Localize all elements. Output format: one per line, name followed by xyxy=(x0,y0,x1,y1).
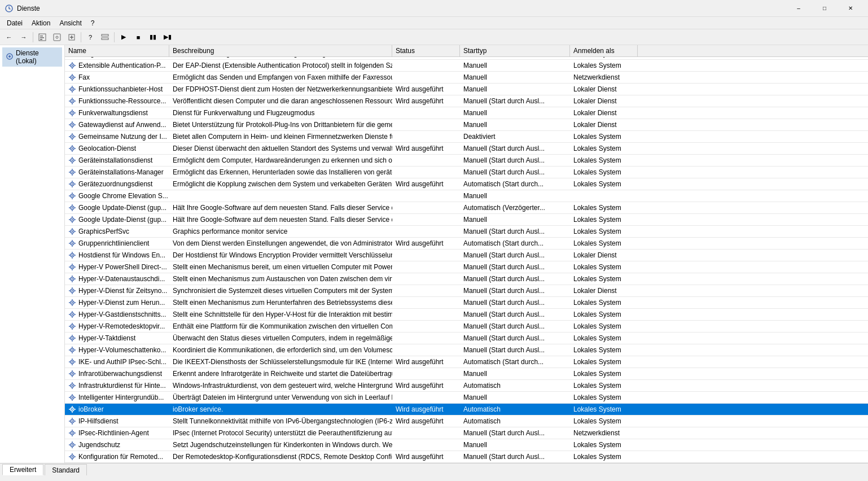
table-row[interactable]: Google Update-Dienst (gup...Hält Ihre Go… xyxy=(65,214,868,226)
table-row[interactable]: ioBrokerioBroker service.Wird ausgeführt… xyxy=(65,404,868,416)
menu-item-datei[interactable]: Datei xyxy=(2,17,27,29)
cell-name: Gerätezuordnungsdienst xyxy=(65,178,169,190)
properties-button[interactable] xyxy=(50,31,64,43)
services-table[interactable]: Name Beschreibung Status Starttyp Anmeld… xyxy=(65,45,868,463)
cell-logon: Lokales System xyxy=(570,368,638,379)
table-row[interactable]: GerätezuordnungsdienstErmöglicht die Kop… xyxy=(65,178,868,190)
table-row[interactable]: FunkverwaltungsdienstDienst für Funkverw… xyxy=(65,107,868,119)
tab-erweitert[interactable]: Erweitert xyxy=(2,464,43,475)
menu-item-?[interactable]: ? xyxy=(86,17,99,29)
service-name-text: IPsec-Richtlinien-Agent xyxy=(78,429,149,437)
table-row[interactable]: GruppenrichtlinienclientVon dem Dienst w… xyxy=(65,238,868,250)
service-name-text: Hyper-V-Gastdienstschnitts... xyxy=(78,311,166,318)
col-header-starttype[interactable]: Starttyp xyxy=(460,45,570,56)
cell-status xyxy=(392,131,460,142)
sidebar-item-dienste-lokal[interactable]: Dienste (Lokal) xyxy=(2,47,62,67)
tab-standard[interactable]: Standard xyxy=(45,464,87,475)
table-row[interactable]: Gemeinsame Nutzung der I...Bietet allen … xyxy=(65,131,868,143)
cell-desc: Ermöglicht dem Computer, Hardwareänderun… xyxy=(169,155,392,166)
table-row[interactable]: Hostdienst für Windows En...Der Hostdien… xyxy=(65,250,868,261)
cell-desc: Windows-Infrastrukturdienst, von dem ges… xyxy=(169,380,392,391)
show-scope-button[interactable] xyxy=(36,31,49,43)
cell-starttype: Manuell xyxy=(460,72,570,83)
start-button[interactable]: ▶ xyxy=(117,31,130,43)
table-row[interactable]: IKE- und AuthIP IPsec-Schl...Die IKEEXT-… xyxy=(65,356,868,368)
col-header-logon[interactable]: Anmelden als xyxy=(570,45,638,56)
minimize-button[interactable]: – xyxy=(786,0,812,17)
table-row[interactable]: GraphicsPerfSvcGraphics performance moni… xyxy=(65,226,868,238)
back-button[interactable]: ← xyxy=(2,31,16,43)
table-row[interactable]: Gatewaydienst auf Anwend...Bietet Unters… xyxy=(65,119,868,131)
window-controls: – □ ✕ xyxy=(786,0,863,17)
table-row[interactable]: Google Chrome Elevation S...Manuell xyxy=(65,190,868,202)
col-header-desc[interactable]: Beschreibung xyxy=(169,45,392,56)
table-row[interactable]: Konfiguration für Remoted...Der Remotede… xyxy=(65,451,868,463)
table-row[interactable]: Infrastrukturdienst für Hinte...Windows-… xyxy=(65,380,868,392)
view-button[interactable] xyxy=(98,31,112,43)
svg-point-231 xyxy=(72,456,73,457)
service-name-text: Infrarotüberwachungsdienst xyxy=(78,370,162,378)
table-row[interactable]: Hyper-V-Dienst zum Herun...Stellt einen … xyxy=(65,297,868,309)
close-button[interactable]: ✕ xyxy=(838,0,863,17)
table-body: Eingebetteter ModusDer Dienst für den ei… xyxy=(65,45,868,463)
table-row[interactable]: Hyper-V-TaktdienstÜberwacht den Status d… xyxy=(65,333,868,344)
table-row[interactable]: Hyper-V-Remotedesktopvir...Enthält eine … xyxy=(65,321,868,333)
cell-desc: Der Remotedesktop-Konfigurationsdienst (… xyxy=(169,451,392,462)
cell-desc: Der EAP-Dienst (Extensible Authenticatio… xyxy=(169,60,392,71)
table-row[interactable]: Hyper-V-Volumeschattenko...Koordiniert d… xyxy=(65,344,868,356)
table-row[interactable]: InfrarotüberwachungsdienstErkennt andere… xyxy=(65,368,868,380)
col-header-name[interactable]: Name xyxy=(65,45,169,56)
service-name-text: Gerätezuordnungsdienst xyxy=(78,180,152,188)
table-row[interactable]: Hyper-V-Gastdienstschnitts...Stellt eine… xyxy=(65,309,868,321)
new-button[interactable] xyxy=(65,31,78,43)
cell-name: Google Update-Dienst (gup... xyxy=(65,214,169,225)
table-row[interactable]: JugendschutzSetzt Jugendschutzeinstellun… xyxy=(65,439,868,451)
col-header-status[interactable]: Status xyxy=(392,45,460,56)
cell-desc: Der FDPHOST-Dienst dient zum Hosten der … xyxy=(169,84,392,95)
table-row[interactable]: GeräteinstallationsdienstErmöglicht dem … xyxy=(65,155,868,167)
table-row[interactable]: Geräteinstallations-ManagerErmöglicht da… xyxy=(65,167,868,178)
help-button[interactable]: ? xyxy=(84,31,97,43)
service-icon xyxy=(68,145,76,152)
table-row[interactable]: IP-HilfsdienstStellt Tunnelkonnektivität… xyxy=(65,416,868,427)
service-icon xyxy=(68,441,76,449)
restart-button[interactable]: ▶▮ xyxy=(161,31,174,43)
cell-logon: Lokales System xyxy=(570,178,638,190)
table-row[interactable]: Funktionssuche-Ressource...Veröffentlich… xyxy=(65,95,868,107)
menu-item-aktion[interactable]: Aktion xyxy=(27,17,55,29)
table-row[interactable]: Geolocation-DienstDieser Dienst überwach… xyxy=(65,143,868,155)
forward-button[interactable]: → xyxy=(17,31,30,43)
menu-item-ansicht[interactable]: Ansicht xyxy=(55,17,86,29)
cell-logon: Lokales System xyxy=(570,297,638,308)
cell-name: Gemeinsame Nutzung der I... xyxy=(65,131,169,142)
cell-name: Hyper-V-Dienst für Zeitsyno... xyxy=(65,285,169,296)
maximize-button[interactable]: □ xyxy=(812,0,838,17)
cell-status xyxy=(392,72,460,83)
content-area: Name Beschreibung Status Starttyp Anmeld… xyxy=(65,45,868,463)
cell-name: Funktionssuchanbieter-Host xyxy=(65,84,169,95)
svg-point-111 xyxy=(72,219,73,220)
svg-point-141 xyxy=(72,278,73,279)
svg-point-171 xyxy=(72,338,73,339)
svg-point-13 xyxy=(8,55,11,58)
cell-desc: Bietet Unterstützung für Protokoll-Plug-… xyxy=(169,119,392,130)
pause-button[interactable]: ▮▮ xyxy=(146,31,160,43)
cell-logon xyxy=(570,190,638,202)
table-header: Name Beschreibung Status Starttyp Anmeld… xyxy=(65,45,868,57)
svg-point-195 xyxy=(72,385,73,386)
table-row[interactable]: IPsec-Richtlinien-AgentIPsec (Internet P… xyxy=(65,427,868,439)
cell-starttype: Automatisch (Verzögerter... xyxy=(460,202,570,213)
table-row[interactable]: Hyper-V-Dienst für Zeitsyno...Synchronis… xyxy=(65,285,868,297)
table-row[interactable]: Intelligenter Hintergrundüb...Überträgt … xyxy=(65,392,868,404)
stop-button[interactable]: ■ xyxy=(131,31,145,43)
table-row[interactable]: FaxErmöglicht das Senden und Empfangen v… xyxy=(65,72,868,84)
cell-logon: Lokales System xyxy=(570,344,638,356)
table-row[interactable]: Funktionssuchanbieter-HostDer FDPHOST-Di… xyxy=(65,84,868,95)
service-icon xyxy=(68,168,76,176)
table-row[interactable]: Hyper-V-Datenaustauschdi...Stellt einen … xyxy=(65,273,868,285)
service-icon xyxy=(68,192,76,200)
table-row[interactable]: Hyper-V PowerShell Direct-...Stellt eine… xyxy=(65,261,868,273)
service-name-text: Funktionssuche-Ressource... xyxy=(78,97,166,105)
table-row[interactable]: Extensible Authentication-P...Der EAP-Di… xyxy=(65,60,868,72)
table-row[interactable]: Google Update-Dienst (gup...Hält Ihre Go… xyxy=(65,202,868,214)
